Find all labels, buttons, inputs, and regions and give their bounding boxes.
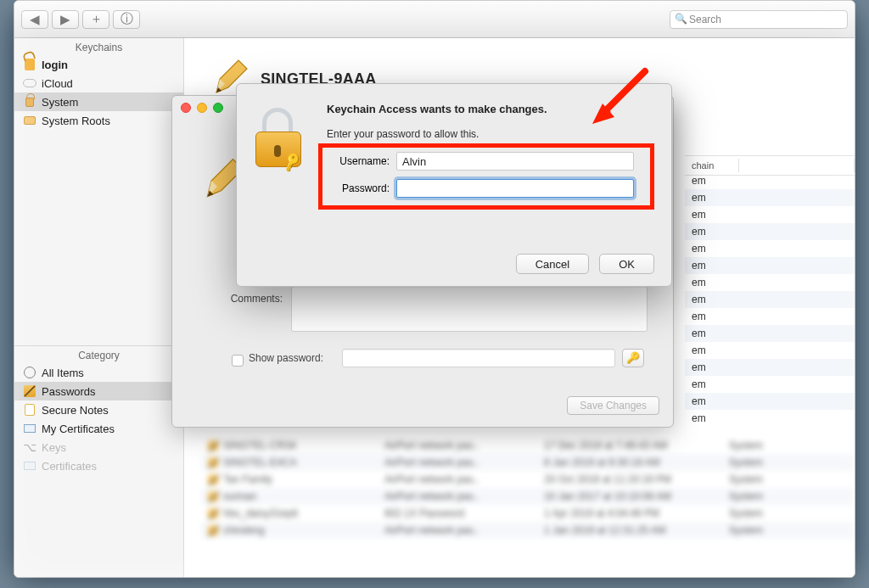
search-input[interactable] (670, 10, 848, 29)
sidebar-item-icloud[interactable]: iCloud (14, 74, 183, 92)
auth-dialog: 🔑 Keychain Access wants to make changes.… (236, 83, 672, 287)
category-label: Passwords (42, 385, 96, 398)
category-certificates[interactable]: Certificates (14, 456, 183, 475)
list-item[interactable]: SINGTEL-CR34 AirPort network pas.. 17 De… (201, 437, 855, 454)
minimize-icon[interactable] (197, 103, 207, 113)
table-row[interactable]: em (685, 223, 855, 240)
category-label: Certificates (42, 460, 97, 473)
category-secure-notes[interactable]: Secure Notes (14, 400, 183, 419)
cloud-icon (23, 76, 36, 90)
zoom-icon[interactable] (213, 103, 223, 113)
secure-note-icon (23, 403, 36, 417)
search-wrap: 🔍 (670, 10, 848, 29)
sidebar: Keychains login iCloud System System Roo… (14, 38, 184, 577)
reveal-password-button[interactable]: 🔑 (622, 349, 644, 367)
certificate-icon (23, 422, 36, 435)
table-row[interactable]: em (685, 410, 855, 427)
dialog-title: Keychain Access wants to make changes. (327, 103, 547, 115)
dialog-subtitle: Enter your password to allow this. (327, 128, 479, 140)
traffic-lights (181, 103, 223, 113)
username-label: Username: (327, 155, 390, 167)
table-row[interactable]: em (685, 325, 855, 342)
passwords-icon (23, 384, 36, 398)
table-row[interactable]: em (685, 376, 855, 393)
forward-button[interactable]: ▶ (52, 10, 79, 29)
username-field[interactable]: Alvin (396, 152, 634, 171)
passwords-icon (208, 474, 218, 484)
table-row[interactable]: em (685, 291, 855, 308)
category-my-certificates[interactable]: My Certificates (14, 419, 183, 438)
table-row[interactable]: em (685, 172, 855, 189)
list-item[interactable]: hbu_daisy31eptt 802.1X Password 1 Apr 20… (201, 505, 855, 522)
passwords-icon (208, 440, 218, 451)
category-label: Secure Notes (42, 404, 109, 417)
list-item[interactable]: xunnan AirPort network pas.. 10 Jan 2017… (201, 488, 855, 505)
category-label: My Certificates (42, 423, 115, 435)
passwords-icon (208, 508, 218, 518)
sidebar-item-label: System (42, 96, 78, 109)
category-header: Category (14, 346, 183, 363)
search-icon: 🔍 (675, 13, 687, 25)
show-password-label: Show password: (249, 352, 342, 364)
sidebar-item-system[interactable]: System (14, 92, 183, 111)
table-row[interactable]: em (685, 274, 855, 291)
toolbar: ◀ ▶ ＋ ⓘ 🔍 (14, 1, 855, 38)
unlocked-icon (23, 58, 36, 71)
ok-button[interactable]: OK (599, 254, 654, 274)
table-row[interactable]: em (685, 393, 855, 410)
passwords-icon (208, 525, 218, 535)
sidebar-item-label: login (42, 59, 68, 71)
sidebar-item-label: System Roots (42, 115, 110, 127)
keychains-header: Keychains (14, 38, 183, 55)
sidebar-item-label: iCloud (42, 77, 73, 90)
table-row[interactable]: em (685, 308, 855, 325)
column-spacer (739, 159, 855, 172)
category-all-items[interactable]: All Items (14, 363, 183, 382)
save-changes-button[interactable]: Save Changes (567, 396, 659, 415)
sidebar-item-login[interactable]: login (14, 55, 183, 74)
close-icon[interactable] (181, 103, 191, 113)
list-item[interactable]: SINGTEL-E4CA AirPort network pas.. 8 Jan… (201, 454, 855, 471)
category-keys[interactable]: ⌥ Keys (14, 438, 183, 456)
table-row[interactable]: em (685, 240, 855, 257)
category-passwords[interactable]: Passwords (14, 382, 183, 400)
cancel-button[interactable]: Cancel (516, 254, 589, 274)
column-keychain[interactable]: chain (685, 159, 739, 172)
lock-icon (23, 95, 36, 109)
table-row[interactable]: em (685, 359, 855, 376)
table-row[interactable]: em (685, 257, 855, 274)
info-button[interactable]: ⓘ (113, 10, 140, 29)
list-item[interactable]: chindeng AirPort network pas.. 1 Jan 201… (201, 522, 855, 539)
folder-icon (23, 114, 36, 127)
show-password-field[interactable] (342, 349, 615, 367)
comments-field[interactable] (291, 286, 648, 332)
category-label: All Items (42, 367, 84, 379)
key-icon: ⌥ (23, 440, 36, 454)
sidebar-item-system-roots[interactable]: System Roots (14, 111, 183, 130)
list-item[interactable]: Tan Family AirPort network pas.. 20 Oct … (201, 471, 855, 488)
password-label: Password: (327, 182, 390, 194)
table-row[interactable]: em (685, 342, 855, 359)
passwords-icon (208, 457, 218, 468)
table-row[interactable]: em (685, 189, 855, 206)
add-button[interactable]: ＋ (82, 10, 109, 29)
compass-icon (23, 366, 36, 379)
table-row[interactable]: em (685, 206, 855, 223)
category-label: Keys (42, 441, 66, 454)
certificate-icon (23, 459, 36, 473)
password-field[interactable] (396, 179, 634, 198)
back-button[interactable]: ◀ (21, 10, 48, 29)
comments-label: Comments: (223, 293, 283, 305)
show-password-checkbox[interactable] (232, 352, 244, 367)
lock-icon: 🔑 (255, 109, 308, 167)
passwords-icon (208, 491, 218, 501)
